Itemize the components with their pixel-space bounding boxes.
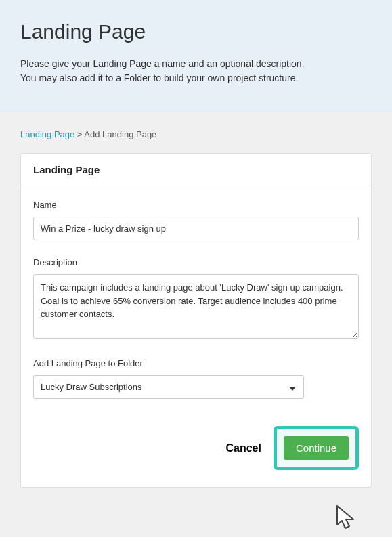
- folder-label: Add Landing Page to Folder: [33, 358, 359, 368]
- description-textarea[interactable]: This campaign includes a landing page ab…: [33, 274, 359, 339]
- breadcrumb-link[interactable]: Landing Page: [20, 129, 74, 139]
- name-group: Name: [33, 200, 359, 240]
- page-title: Landing Page: [20, 20, 372, 43]
- content-area: Landing Page > Add Landing Page Landing …: [0, 112, 392, 508]
- folder-select[interactable]: Lucky Draw Subscriptions: [33, 375, 304, 399]
- card-title: Landing Page: [21, 154, 371, 186]
- continue-button[interactable]: Continue: [284, 436, 349, 460]
- description-group: Description This campaign includes a lan…: [33, 257, 359, 341]
- page-subtitle: Please give your Landing Page a name and…: [20, 57, 372, 85]
- description-label: Description: [33, 257, 359, 267]
- breadcrumb: Landing Page > Add Landing Page: [20, 129, 372, 139]
- continue-highlight: Continue: [274, 426, 359, 470]
- cursor-icon: [336, 504, 359, 534]
- card-body: Name Description This campaign includes …: [21, 186, 371, 487]
- breadcrumb-current: Add Landing Page: [84, 129, 156, 139]
- form-card: Landing Page Name Description This campa…: [20, 153, 372, 488]
- breadcrumb-separator: >: [74, 129, 84, 139]
- cancel-button[interactable]: Cancel: [225, 442, 261, 454]
- name-input[interactable]: [33, 217, 359, 240]
- button-row: Cancel Continue: [33, 426, 359, 470]
- folder-group: Add Landing Page to Folder Lucky Draw Su…: [33, 358, 359, 399]
- page-header: Landing Page Please give your Landing Pa…: [0, 0, 392, 112]
- name-label: Name: [33, 200, 359, 210]
- folder-select-wrap: Lucky Draw Subscriptions: [33, 375, 304, 399]
